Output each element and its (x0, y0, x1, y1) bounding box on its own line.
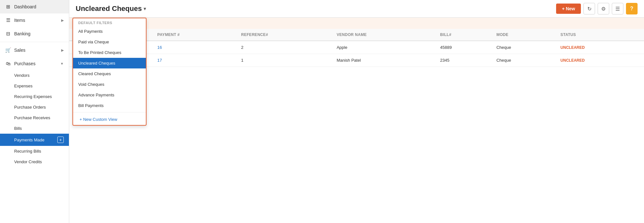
filter-bar: 🖨 Cheques that are yet to be printed (69, 18, 644, 29)
dropdown-item-label: Bill Payments (78, 103, 104, 108)
sidebar-item-purchase-receives[interactable]: Purchase Receives (0, 112, 69, 123)
sidebar-item-vendor-credits[interactable]: Vendor Credits (0, 156, 69, 167)
dropdown-item-paid-via-cheque[interactable]: Paid via Cheque (73, 37, 146, 47)
col-header-mode: MODE (491, 29, 555, 41)
dropdown-divider (73, 112, 146, 112)
cell-mode: Cheque (491, 54, 555, 67)
sidebar-item-vendors[interactable]: Vendors (0, 70, 69, 81)
cell-mode: Cheque (491, 41, 555, 54)
dropdown-item-label: All Payments (78, 29, 103, 34)
dropdown-item-to-be-printed[interactable]: To Be Printed Cheques (73, 47, 146, 58)
dropdown-item-uncleared-cheques[interactable]: Uncleared Cheques (73, 58, 146, 68)
sidebar-sub-label: Vendor Credits (14, 159, 42, 164)
sidebar-item-label: Banking (14, 31, 31, 36)
new-button[interactable]: + New (556, 4, 581, 14)
sidebar-item-expenses[interactable]: Expenses (0, 81, 69, 91)
banking-icon: ⊟ (5, 31, 11, 37)
sidebar-item-purchase-orders[interactable]: Purchase Orders (0, 102, 69, 112)
main-content: Uncleared Cheques ▾ + New ↻ ⚙ ☰ ? DEFAUL… (69, 0, 644, 223)
sidebar-sub-label: Recurring Bills (14, 149, 41, 154)
refresh-icon: ↻ (587, 6, 592, 12)
dropdown-item-cleared-cheques[interactable]: Cleared Cheques (73, 68, 146, 79)
sidebar-item-sales[interactable]: 🛒 Sales ▶ (0, 43, 69, 57)
sidebar-sub-label: Payments Made (14, 138, 44, 142)
col-header-reference: REFERENCE# (236, 29, 332, 41)
dashboard-icon: ⊞ (5, 4, 11, 10)
new-custom-view-label: + New Custom View (80, 117, 117, 122)
dropdown-item-label: Advance Payments (78, 93, 114, 97)
sidebar-sub-label: Vendors (14, 73, 30, 78)
col-header-vendor-name: VENDOR NAME (331, 29, 435, 41)
dropdown-item-bill-payments[interactable]: Bill Payments (73, 100, 146, 111)
col-header-bill-num: BILL# (435, 29, 491, 41)
page-title-text: Uncleared Cheques (76, 4, 142, 13)
sidebar-item-label: Sales (14, 48, 25, 53)
sidebar-item-bills[interactable]: Bills (0, 123, 69, 134)
purchases-icon: 🛍 (5, 61, 11, 66)
sidebar-divider (0, 42, 69, 42)
new-custom-view-button[interactable]: + New Custom View (73, 114, 146, 125)
col-header-status: STATUS (555, 29, 644, 41)
menu-button[interactable]: ☰ (612, 3, 623, 14)
sidebar-item-dashboard[interactable]: ⊞ Dashboard (0, 0, 69, 13)
sidebar-item-items[interactable]: ☰ Items ▶ (0, 13, 69, 27)
dropdown-item-label: Uncleared Cheques (78, 61, 115, 66)
topbar: Uncleared Cheques ▾ + New ↻ ⚙ ☰ ? DEFAUL… (69, 0, 644, 18)
cell-status: UNCLEARED (555, 54, 644, 67)
cell-bill-num: 2345 (435, 54, 491, 67)
dropdown-item-label: To Be Printed Cheques (78, 50, 121, 55)
table-row: Head Office 16 2 Apple 45889 Cheque UNCL… (69, 41, 644, 54)
refresh-button[interactable]: ↻ (583, 3, 595, 14)
sidebar-item-recurring-bills[interactable]: Recurring Bills (0, 146, 69, 156)
filter-dropdown-menu: DEFAULT FILTERS All Payments Paid via Ch… (72, 18, 147, 126)
sidebar-item-label: Dashboard (14, 4, 36, 9)
topbar-actions: + New ↻ ⚙ ☰ ? (556, 3, 638, 14)
chevron-right-icon: ▶ (61, 48, 64, 52)
cell-reference: 2 (236, 41, 332, 54)
cell-reference: 1 (236, 54, 332, 67)
sidebar-sub-label: Recurring Expenses (14, 94, 52, 99)
cell-status: UNCLEARED (555, 41, 644, 54)
gear-icon: ⚙ (601, 6, 606, 12)
col-header-payment-num: PAYMENT # (152, 29, 236, 41)
page-title[interactable]: Uncleared Cheques ▾ (76, 4, 146, 13)
cell-bill-num: 45889 (435, 41, 491, 54)
sidebar-sub-label: Purchase Receives (14, 115, 50, 120)
sidebar-item-purchases[interactable]: 🛍 Purchases ▼ (0, 57, 69, 70)
settings-button[interactable]: ⚙ (598, 3, 609, 14)
payments-made-add-button[interactable]: + (57, 137, 64, 143)
payments-table: BRANCH PAYMENT # REFERENCE# VENDOR NAME … (69, 29, 644, 67)
dropdown-item-label: Cleared Cheques (78, 71, 111, 76)
chevron-down-icon: ▼ (60, 62, 64, 66)
chevron-right-icon: ▶ (61, 18, 64, 22)
dropdown-item-void-cheques[interactable]: Void Cheques (73, 79, 146, 90)
sidebar-item-label: Items (14, 18, 25, 23)
table-area: BRANCH PAYMENT # REFERENCE# VENDOR NAME … (69, 29, 644, 223)
sales-icon: 🛒 (5, 47, 11, 53)
dropdown-section-label: DEFAULT FILTERS (73, 18, 146, 26)
hamburger-icon: ☰ (615, 6, 620, 12)
title-dropdown-arrow: ▾ (144, 6, 146, 11)
table-header-row: BRANCH PAYMENT # REFERENCE# VENDOR NAME … (69, 29, 644, 41)
cell-vendor-name: Manish Patel (331, 54, 435, 67)
sidebar-sub-label: Bills (14, 126, 22, 131)
sidebar-item-recurring-expenses[interactable]: Recurring Expenses (0, 91, 69, 102)
help-button[interactable]: ? (626, 3, 638, 14)
dropdown-item-label: Paid via Cheque (78, 40, 109, 44)
items-icon: ☰ (5, 17, 11, 23)
dropdown-item-advance-payments[interactable]: Advance Payments (73, 90, 146, 100)
sidebar: ⊞ Dashboard ☰ Items ▶ ⊟ Banking 🛒 Sales … (0, 0, 69, 223)
table-row: Head Office 17 1 Manish Patel 2345 Chequ… (69, 54, 644, 67)
sidebar-item-banking[interactable]: ⊟ Banking (0, 27, 69, 40)
dropdown-item-label: Void Cheques (78, 82, 104, 87)
question-icon: ? (630, 6, 633, 12)
sidebar-item-label: Purchases (14, 61, 35, 66)
sidebar-sub-label: Purchase Orders (14, 105, 46, 110)
sidebar-item-payments-made[interactable]: Payments Made + (0, 134, 69, 146)
dropdown-item-all-payments[interactable]: All Payments (73, 26, 146, 37)
cell-payment-num[interactable]: 16 (152, 41, 236, 54)
sidebar-sub-label: Expenses (14, 84, 33, 88)
cell-payment-num[interactable]: 17 (152, 54, 236, 67)
cell-vendor-name: Apple (331, 41, 435, 54)
